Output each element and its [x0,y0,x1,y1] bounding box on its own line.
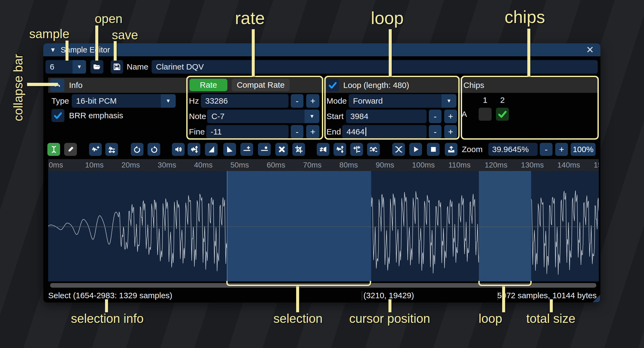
zoom-reset-button[interactable]: 100% [571,143,596,156]
brr-emphasis-checkbox[interactable] [51,109,64,122]
zoom-out-button[interactable]: - [540,143,553,156]
signedness-button[interactable] [350,143,363,156]
timeline-label: 50ms [230,161,249,169]
loop-start-input[interactable]: 3984 [346,110,427,123]
fine-plus-button[interactable]: + [306,125,319,139]
loop-mode-select[interactable]: Forward [349,94,446,108]
annotation-line-selection [296,285,299,312]
timeline-label: 60ms [267,161,285,169]
preview-play-button[interactable] [409,143,422,156]
compat-rate-tab[interactable]: Compat Rate [232,79,290,91]
amplify-button[interactable] [172,143,185,156]
invert-button[interactable] [334,143,346,156]
undo-button[interactable] [131,143,143,156]
annotation-line-loop-top [389,29,392,76]
resample-icon [108,145,116,153]
trim-icon [295,145,303,153]
pencil-icon [67,145,75,153]
fade-in-button[interactable] [205,143,218,156]
selection-info-text: Select (1654-2983: 1329 samples) [48,289,172,302]
filter-icon [370,145,378,153]
close-icon[interactable]: ✕ [586,43,594,56]
note-label: Note [189,110,206,123]
redo-button[interactable] [148,143,160,156]
loop-start-plus-button[interactable]: + [444,110,457,123]
zero-crossing-line [48,226,599,227]
ibeam-icon [50,145,58,153]
play-icon [412,145,420,153]
sample-index-select[interactable]: 6 [45,60,77,74]
total-size-text: 5072 samples, 10144 bytes [497,289,597,302]
annotation-sample: sample [29,27,69,41]
chip-enable-checkbox[interactable] [479,108,492,121]
sample-editor-window: ▼ Sample Editor ✕ 6 ▼ Name Clarinet DQV … [43,43,600,303]
loop-end-input[interactable]: 4464 [342,125,427,139]
annotation-line-collapse-bar [27,83,58,86]
draw-mode-button[interactable] [64,143,77,156]
annotation-line-open [95,25,98,61]
sign-icon [353,145,361,153]
loop-start-label: Start [326,110,344,123]
loop-end-minus-button[interactable]: - [429,125,442,139]
trim-button[interactable] [292,143,305,156]
window-collapse-icon[interactable]: ▼ [50,43,56,56]
crossfade-loop-button[interactable] [392,143,405,156]
zoom-input[interactable]: 39.9645% [488,143,538,156]
chip-row-label: A [462,108,467,121]
timeline-label: 40ms [194,161,213,169]
filter-button[interactable] [367,143,380,156]
loop-region[interactable] [479,171,531,281]
chip-enable-checkbox[interactable] [496,108,509,121]
type-dropdown-arrow-icon[interactable]: ▼ [161,94,176,108]
speaker-icon [174,145,182,153]
fine-minus-button[interactable]: - [291,125,303,139]
make-instrument-button[interactable] [445,143,457,156]
zoom-in-button[interactable]: + [555,143,568,156]
select-mode-button[interactable] [47,143,60,156]
fade-out-button[interactable] [223,143,236,156]
save-sample-button[interactable] [111,60,123,74]
selection-region[interactable] [227,171,371,281]
preview-stop-button[interactable] [427,143,440,156]
title-bar[interactable]: ▼ Sample Editor ✕ [43,43,600,56]
loop-mode-dropdown-arrow-icon[interactable]: ▼ [442,94,456,108]
apply-silence-button[interactable] [258,143,271,156]
sample-index-dropdown-arrow-icon[interactable]: ▼ [73,60,86,74]
annotation-line-total-size [550,299,553,312]
annotation-selection-info: selection info [71,311,144,326]
open-sample-button[interactable] [90,60,103,74]
timeline-label: 110ms [448,161,470,169]
fadein-icon [207,145,215,153]
checkmark-icon [53,111,63,120]
delete-icon [278,145,286,153]
reverse-button[interactable] [317,143,329,156]
loop-start-minus-button[interactable]: - [429,110,442,123]
annotation-cursor-position: cursor position [349,311,430,326]
hz-input[interactable]: 33286 [201,94,289,108]
resample-button[interactable] [105,143,118,156]
loop-end-plus-button[interactable]: + [444,125,457,139]
redo-icon [150,145,158,153]
fine-input[interactable]: -11 [206,125,289,139]
rate-tab[interactable]: Rate [189,79,227,91]
name-input[interactable]: Clarinet DQV [152,60,598,74]
checkmark-icon [328,81,337,90]
timeline-ruler[interactable]: 0ms10ms20ms30ms40ms50ms60ms70ms80ms90ms1… [48,159,599,171]
insert-silence-button[interactable] [240,143,253,156]
annotation-save: save [112,28,138,42]
resize-button[interactable] [89,143,102,156]
hz-plus-button[interactable]: + [306,94,319,108]
invert-icon [336,145,344,153]
note-select[interactable]: C-7 [207,110,309,123]
zoom-label: Zoom [462,143,483,156]
waveform-view[interactable] [48,171,599,281]
loop-enable-checkbox[interactable] [326,79,339,91]
hz-minus-button[interactable]: - [291,94,303,108]
normalize-button[interactable] [188,143,200,156]
delete-button[interactable] [275,143,288,156]
applysilence-icon [260,145,269,153]
type-select[interactable]: 16-bit PCM [72,94,165,108]
note-dropdown-arrow-icon[interactable]: ▼ [305,110,319,123]
resize-grip[interactable] [593,295,600,302]
stop-icon [429,145,437,153]
